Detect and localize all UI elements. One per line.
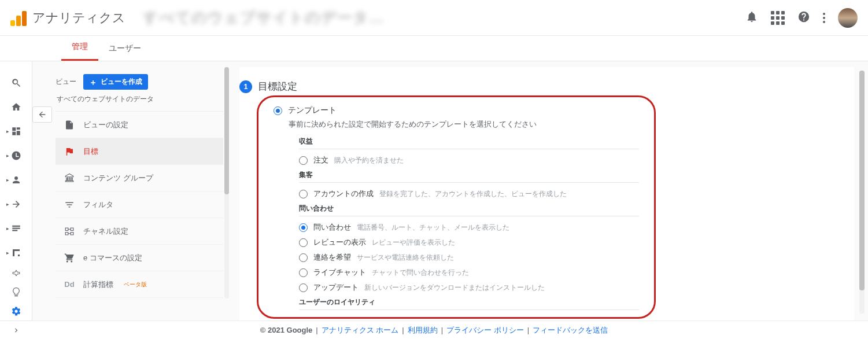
- template-option[interactable]: 注文購入や予約を済ませた: [299, 153, 639, 168]
- behavior-icon[interactable]: [5, 218, 27, 239]
- option-radio[interactable]: [299, 156, 308, 165]
- admin-tabs: 管理 ユーザー: [0, 36, 868, 61]
- dashboards-icon[interactable]: [5, 120, 27, 142]
- template-group: 集客アカウントの作成登録を完了した、アカウントを作成した、ビューを作成した: [299, 170, 639, 201]
- template-highlight-box: テンプレート 事前に決められた設定で開始するためのテンプレートを選択してください…: [257, 95, 656, 319]
- back-button[interactable]: [32, 106, 52, 123]
- analytics-logo-icon: [10, 10, 27, 26]
- option-name: ライブチャット: [313, 267, 366, 278]
- expand-rail-button[interactable]: [0, 320, 32, 339]
- footer-link-feedback[interactable]: フィードバックを送信: [533, 325, 608, 336]
- template-option[interactable]: レビューの表示レビューや評価を表示した: [299, 235, 639, 250]
- content-scrollbar[interactable]: [859, 71, 865, 314]
- option-desc: レビューや評価を表示した: [372, 238, 455, 248]
- dd-icon: Dd: [64, 280, 75, 289]
- template-group-title: 集客: [299, 170, 639, 183]
- option-name: レビューの表示: [313, 237, 366, 248]
- template-option[interactable]: アカウントの作成登録を完了した、アカウントを作成した、ビューを作成した: [299, 186, 639, 201]
- apps-grid-icon[interactable]: [771, 11, 785, 25]
- column-scrollbar[interactable]: [224, 67, 229, 299]
- admin-gear-icon[interactable]: [5, 301, 27, 320]
- menu-label: フィルタ: [83, 200, 113, 210]
- channel-icon: [64, 226, 75, 237]
- option-radio[interactable]: [299, 223, 308, 232]
- option-radio[interactable]: [299, 283, 308, 292]
- template-option[interactable]: ライブチャットチャットで問い合わせを行った: [299, 265, 639, 280]
- template-option-label: テンプレート: [288, 105, 337, 116]
- option-desc: 登録を完了した、アカウントを作成した、ビューを作成した: [379, 189, 567, 199]
- user-avatar[interactable]: [838, 8, 858, 28]
- menu-channel-settings[interactable]: チャネル設定: [56, 218, 223, 245]
- conversions-icon[interactable]: [5, 242, 27, 264]
- option-name: 注文: [313, 155, 328, 165]
- option-radio[interactable]: [299, 253, 308, 262]
- create-view-label: ビューを作成: [101, 77, 142, 87]
- notifications-icon[interactable]: [745, 10, 758, 25]
- footer-link-terms[interactable]: 利用規約: [408, 325, 438, 336]
- realtime-icon[interactable]: [5, 145, 27, 167]
- tab-user[interactable]: ユーザー: [98, 43, 152, 61]
- menu-content-groups[interactable]: コンテンツ グループ: [56, 165, 223, 191]
- menu-ecommerce[interactable]: e コマースの設定: [56, 245, 223, 271]
- more-vert-icon[interactable]: [823, 13, 825, 23]
- create-view-button[interactable]: ＋ビューを作成: [83, 74, 148, 90]
- main-area: ビュー ＋ビューを作成 すべてのウェブサイトのデータ ビューの設定 目標 コンテ…: [0, 61, 868, 320]
- template-group-title: ユーザーのロイヤリティ: [299, 297, 639, 310]
- plus-icon: ＋: [89, 78, 97, 86]
- template-group: ユーザーのロイヤリティ: [299, 297, 639, 310]
- template-radio[interactable]: [274, 106, 282, 115]
- option-desc: 電話番号、ルート、チャット、メールを表示した: [357, 223, 509, 233]
- option-desc: チャットで問い合わせを行った: [372, 268, 469, 278]
- option-desc: 新しいバージョンをダウンロードまたはインストールした: [364, 283, 545, 293]
- home-icon[interactable]: [5, 96, 27, 118]
- template-description: 事前に決められた設定で開始するためのテンプレートを選択してください: [289, 119, 639, 130]
- flag-icon: [64, 146, 75, 157]
- option-radio[interactable]: [299, 190, 308, 198]
- option-desc: サービスや電話連絡を依頼した: [357, 253, 454, 263]
- discover-icon[interactable]: [5, 283, 27, 302]
- footer-link-privacy[interactable]: プライバシー ポリシー: [446, 325, 524, 336]
- menu-label: コンテンツ グループ: [83, 173, 153, 183]
- page-icon: [64, 120, 75, 130]
- footer-link-home[interactable]: アナリティクス ホーム: [322, 325, 399, 336]
- cart-icon: [64, 253, 75, 263]
- template-option[interactable]: アップデート新しいバージョンをダウンロードまたはインストールした: [299, 280, 639, 295]
- view-column-label: ビュー: [56, 77, 76, 87]
- current-view-name[interactable]: すべてのウェブサイトのデータ: [57, 94, 223, 104]
- menu-label: ビューの設定: [83, 120, 128, 130]
- option-radio[interactable]: [299, 238, 308, 247]
- template-option[interactable]: 問い合わせ電話番号、ルート、チャット、メールを表示した: [299, 220, 639, 235]
- menu-view-settings[interactable]: ビューの設定: [56, 112, 223, 138]
- tab-admin[interactable]: 管理: [61, 42, 98, 61]
- content-group-icon: [64, 173, 75, 183]
- option-desc: 購入や予約を済ませた: [334, 156, 404, 165]
- menu-filters[interactable]: フィルタ: [56, 191, 223, 218]
- attribution-icon[interactable]: [5, 264, 27, 283]
- menu-calc-metrics[interactable]: Dd 計算指標 ベータ版: [56, 271, 223, 298]
- option-name: アカウントの作成: [313, 189, 374, 199]
- page-footer: © 2021 Google | アナリティクス ホーム | 利用規約 | プライ…: [0, 320, 868, 339]
- view-menu-list: ビューの設定 目標 コンテンツ グループ フィルタ チャネル設定 e コマースの…: [56, 111, 223, 298]
- acquisition-icon[interactable]: [5, 193, 27, 215]
- step-title: 目標設定: [258, 80, 297, 93]
- search-icon[interactable]: [5, 72, 27, 94]
- goal-setup-panel: 1 目標設定 テンプレート 事前に決められた設定で開始するためのテンプレートを選…: [239, 67, 854, 320]
- beta-badge: ベータ版: [124, 281, 147, 289]
- template-group: 収益注文購入や予約を済ませた: [299, 137, 639, 168]
- template-group: 問い合わせ問い合わせ電話番号、ルート、チャット、メールを表示したレビューの表示レ…: [299, 204, 639, 295]
- footer-copyright: © 2021 Google: [260, 326, 313, 334]
- menu-label: 目標: [83, 146, 98, 157]
- option-radio[interactable]: [299, 268, 308, 277]
- help-icon[interactable]: [797, 10, 810, 25]
- option-name: 連絡を希望: [313, 252, 351, 263]
- filter-icon: [64, 200, 75, 210]
- template-option[interactable]: 連絡を希望サービスや電話連絡を依頼した: [299, 250, 639, 265]
- option-name: 問い合わせ: [313, 222, 351, 233]
- app-title: アナリティクス: [32, 9, 125, 27]
- audience-icon[interactable]: [5, 169, 27, 191]
- left-nav-rail: [0, 61, 32, 320]
- menu-goals[interactable]: 目標: [56, 138, 223, 165]
- view-column: ビュー ＋ビューを作成 すべてのウェブサイトのデータ ビューの設定 目標 コンテ…: [32, 61, 229, 320]
- step-number-badge: 1: [239, 80, 252, 93]
- menu-label: 計算指標: [83, 279, 113, 290]
